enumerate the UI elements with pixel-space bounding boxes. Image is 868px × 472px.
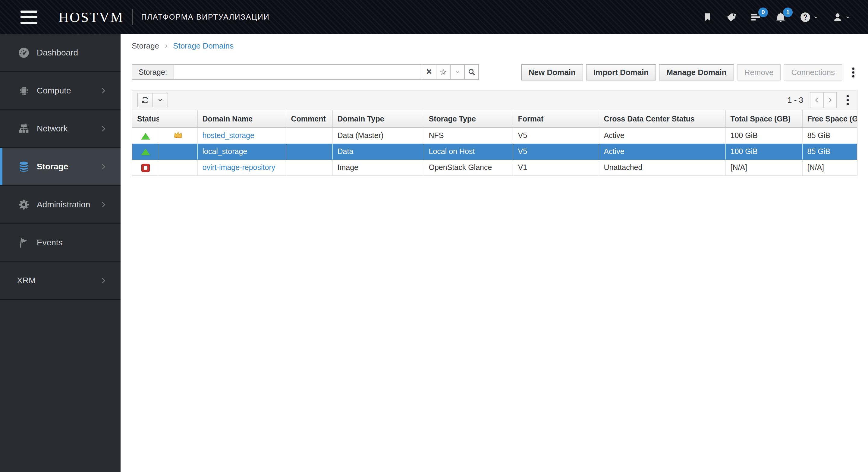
help-icon: ? (800, 12, 811, 23)
col-domain-name[interactable]: Domain Name (197, 110, 286, 127)
sidebar-item-label: Administration (37, 200, 90, 210)
grid-options-kebab-icon[interactable] (844, 93, 852, 107)
col-cross-dc-status[interactable]: Cross Data Center Status (599, 110, 725, 127)
remove-button[interactable]: Remove (737, 64, 781, 81)
new-domain-button[interactable]: New Domain (521, 64, 583, 81)
breadcrumb-current-link[interactable]: Storage Domains (173, 41, 234, 51)
table-row-hosted-storage[interactable]: hosted_storage Data (Master) NFS V5 Acti… (132, 127, 857, 144)
col-domain-type[interactable]: Domain Type (333, 110, 424, 127)
chevron-right-icon (99, 125, 107, 133)
tag-icon[interactable] (726, 12, 737, 22)
col-free-space[interactable]: Free Space (GB) (802, 110, 857, 127)
comment-cell (286, 144, 333, 159)
pagination: 1 - 3 (787, 92, 852, 108)
table-row-ovirt-image-repository[interactable]: ovirt-image-repository Image OpenStack G… (132, 159, 857, 176)
hamburger-menu-icon[interactable] (21, 10, 37, 24)
sidebar-item-administration[interactable]: Administration (0, 186, 121, 224)
user-menu[interactable] (832, 12, 850, 22)
domain-type-cell: Data (Master) (333, 127, 424, 144)
help-menu[interactable]: ? (800, 12, 818, 23)
total-space-cell: 100 GiB (725, 127, 802, 144)
format-cell: V5 (513, 127, 599, 144)
connections-button[interactable]: Connections (784, 64, 842, 81)
star-bookmark-icon[interactable]: ☆ (436, 64, 451, 80)
tasks-icon[interactable]: 0 (750, 12, 761, 23)
total-space-cell: 100 GiB (725, 144, 802, 159)
col-storage-type[interactable]: Storage Type (424, 110, 513, 127)
flag-icon (17, 236, 31, 249)
refresh-dropdown-icon[interactable] (153, 93, 168, 107)
chevron-right-icon (99, 201, 107, 209)
format-cell: V5 (513, 144, 599, 159)
storage-domains-grid: 1 - 3 (132, 90, 858, 176)
main-content: Storage Storage Domains Storage: × ☆ (121, 34, 868, 472)
svg-text:?: ? (803, 13, 807, 21)
prev-page-icon[interactable] (810, 92, 824, 108)
masthead-actions: 0 1 ? (703, 12, 868, 23)
dashboard-gauge-icon (17, 46, 31, 59)
brand-divider (132, 9, 133, 25)
grid-toolbar: 1 - 3 (132, 90, 857, 110)
refresh-split-button (137, 93, 168, 107)
total-space-cell: [N/A] (725, 159, 802, 176)
sidebar-item-label: Storage (37, 162, 68, 171)
sidebar-item-dashboard[interactable]: Dashboard (0, 34, 121, 72)
breadcrumb-parent: Storage (132, 41, 159, 51)
import-domain-button[interactable]: Import Domain (586, 64, 656, 81)
pager-buttons (810, 92, 837, 108)
storage-search-input[interactable] (174, 64, 422, 80)
brand-subtitle: ПЛАТФОРМА ВИРТУАЛИЗАЦИИ (141, 13, 270, 22)
search-dropdown-icon[interactable] (451, 64, 465, 80)
sidebar-item-events[interactable]: Events (0, 224, 121, 262)
master-crown-icon (173, 130, 183, 139)
gear-icon (17, 198, 31, 211)
storage-domains-table: Status Domain Name Comment Domain Type S… (132, 110, 857, 176)
clear-search-icon[interactable]: × (422, 64, 436, 80)
manage-domain-button[interactable]: Manage Domain (659, 64, 734, 81)
cpu-icon (17, 84, 31, 97)
brand-logo: HOSTVM (59, 9, 124, 25)
col-format[interactable]: Format (513, 110, 599, 127)
domain-name-link[interactable]: hosted_storage (203, 131, 254, 139)
table-row-local-storage[interactable]: local_storage Data Local on Host V5 Acti… (132, 144, 857, 159)
col-master[interactable] (159, 110, 197, 127)
col-comment[interactable]: Comment (286, 110, 333, 127)
bookmark-icon[interactable] (703, 12, 712, 22)
more-actions-kebab-icon[interactable] (849, 65, 858, 80)
sidebar-item-label: Compute (37, 86, 71, 96)
free-space-cell: [N/A] (802, 159, 857, 176)
sidebar-item-storage[interactable]: Storage (0, 148, 121, 186)
sidebar-item-network[interactable]: Network (0, 110, 121, 148)
domain-type-cell: Data (333, 144, 424, 159)
database-icon (17, 160, 31, 173)
status-down-icon (141, 164, 150, 172)
cross-dc-status-cell: Unattached (599, 159, 725, 176)
sitemap-icon (17, 122, 31, 135)
domain-type-cell: Image (333, 159, 424, 176)
sidebar-item-compute[interactable]: Compute (0, 72, 121, 110)
tasks-count-badge: 0 (758, 7, 768, 17)
col-total-space[interactable]: Total Space (GB) (725, 110, 802, 127)
bell-icon[interactable]: 1 (775, 12, 786, 23)
domain-name-link[interactable]: local_storage (203, 147, 247, 156)
page-range-label: 1 - 3 (787, 96, 803, 105)
storage-type-cell: NFS (424, 127, 513, 144)
sidebar-item-label: Events (37, 238, 63, 247)
sidebar-item-xrm[interactable]: XRM (0, 262, 121, 300)
search-icon[interactable] (465, 64, 479, 80)
sidebar-nav: Dashboard Compute (0, 34, 121, 472)
search-scope-label: Storage: (132, 64, 174, 80)
chevron-right-icon (99, 87, 107, 95)
col-status[interactable]: Status (132, 110, 159, 127)
comment-cell (286, 159, 333, 176)
free-space-cell: 85 GiB (802, 127, 857, 144)
next-page-icon[interactable] (823, 92, 837, 108)
format-cell: V1 (513, 159, 599, 176)
chevron-right-icon (99, 163, 107, 170)
status-up-icon (141, 133, 150, 139)
refresh-icon[interactable] (137, 93, 153, 107)
user-icon (832, 12, 843, 22)
breadcrumb: Storage Storage Domains (132, 34, 858, 51)
cross-dc-status-cell: Active (599, 144, 725, 159)
domain-name-link[interactable]: ovirt-image-repository (203, 163, 276, 171)
